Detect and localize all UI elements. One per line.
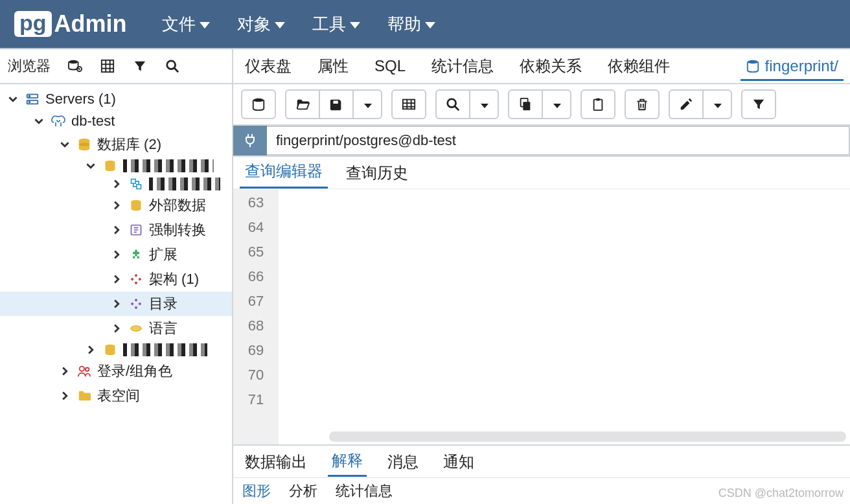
tree-item[interactable] bbox=[0, 175, 232, 193]
tree-catalog[interactable]: 目录 bbox=[0, 292, 232, 316]
tab-stats[interactable]: 统计信息 bbox=[426, 52, 499, 80]
logo-text: Admin bbox=[54, 10, 127, 38]
tab-dashboard[interactable]: 仪表盘 bbox=[240, 52, 297, 80]
tab-dependencies[interactable]: 依赖关系 bbox=[514, 52, 587, 80]
elephant-icon bbox=[51, 113, 66, 129]
btn-search[interactable] bbox=[435, 89, 469, 119]
chevron-down-icon bbox=[553, 104, 561, 108]
btn-delete[interactable] bbox=[625, 89, 660, 119]
svg-point-27 bbox=[253, 98, 264, 102]
grid-icon bbox=[100, 59, 115, 73]
sub-analyze[interactable]: 分析 bbox=[289, 481, 317, 501]
chevron-right-icon bbox=[84, 345, 97, 354]
sidebar-toolbar: 浏览器 bbox=[0, 49, 232, 84]
btn-save[interactable] bbox=[319, 89, 352, 119]
svg-rect-18 bbox=[137, 185, 141, 189]
svg-point-24 bbox=[80, 367, 84, 371]
line-number: 68 bbox=[233, 314, 279, 338]
horizontal-scrollbar[interactable] bbox=[329, 431, 846, 442]
svg-point-2 bbox=[78, 68, 80, 70]
svg-point-15 bbox=[79, 143, 90, 146]
btn-save-menu[interactable] bbox=[352, 89, 382, 119]
menu-tools[interactable]: 工具 bbox=[303, 9, 369, 40]
sidebar-btn-grid[interactable] bbox=[93, 53, 122, 79]
tree-schema[interactable]: 架构 (1) bbox=[0, 267, 232, 292]
etab-query-history[interactable]: 查询历史 bbox=[341, 159, 413, 189]
btn-edit-menu[interactable] bbox=[702, 89, 732, 119]
line-number: 65 bbox=[233, 240, 279, 264]
line-number: 71 bbox=[233, 387, 279, 412]
btn-edit[interactable] bbox=[669, 89, 702, 119]
chevron-down-icon bbox=[6, 95, 19, 104]
transform-icon bbox=[128, 178, 144, 190]
tree-language[interactable]: 语言 bbox=[0, 316, 232, 341]
tree-ext-data[interactable]: 外部数据 bbox=[0, 193, 232, 218]
btn-db[interactable] bbox=[241, 89, 276, 119]
chevron-down-icon bbox=[84, 161, 97, 170]
tree-servers[interactable]: Servers (1) bbox=[0, 88, 232, 110]
line-number: 69 bbox=[233, 338, 279, 363]
code-area[interactable] bbox=[279, 189, 850, 444]
btn-filter[interactable] bbox=[741, 89, 776, 119]
tab-sql[interactable]: SQL bbox=[369, 53, 411, 79]
tab-fingerprint[interactable]: fingerprint/ bbox=[741, 53, 844, 81]
otab-data[interactable]: 数据输出 bbox=[241, 448, 311, 476]
tree-extension[interactable]: 扩展 bbox=[0, 242, 232, 267]
btn-copy-menu[interactable] bbox=[542, 89, 571, 119]
btn-paste[interactable] bbox=[580, 89, 615, 119]
tree-dbtest[interactable]: db-test bbox=[0, 110, 232, 132]
sub-stats[interactable]: 统计信息 bbox=[336, 481, 393, 501]
btn-copy[interactable] bbox=[508, 89, 542, 119]
btn-edit-grid[interactable] bbox=[391, 89, 426, 119]
sidebar-btn-filter[interactable] bbox=[126, 53, 154, 79]
otab-notifications[interactable]: 通知 bbox=[439, 448, 478, 476]
tree-login-roles[interactable]: 登录/组角色 bbox=[0, 359, 232, 384]
copy-icon bbox=[518, 97, 533, 111]
btn-search-menu[interactable] bbox=[469, 89, 499, 119]
chevron-right-icon bbox=[110, 299, 123, 308]
connection-selector[interactable]: fingerprint/postgres@db-test bbox=[267, 126, 850, 155]
line-number: 64 bbox=[233, 215, 279, 240]
menu-help[interactable]: 帮助 bbox=[378, 9, 444, 40]
titlebar: pg Admin 文件 对象 工具 帮助 bbox=[0, 0, 850, 49]
svg-rect-37 bbox=[594, 100, 603, 111]
folder-icon bbox=[76, 389, 92, 403]
sub-graph[interactable]: 图形 bbox=[242, 481, 271, 501]
tree-db2[interactable] bbox=[0, 341, 232, 359]
svg-rect-17 bbox=[132, 179, 136, 184]
connection-status-icon[interactable] bbox=[233, 126, 267, 155]
etab-query-editor[interactable]: 查询编辑器 bbox=[240, 157, 328, 189]
tree-databases[interactable]: 数据库 (2) bbox=[0, 132, 232, 157]
search-icon bbox=[165, 59, 179, 73]
svg-rect-28 bbox=[403, 100, 415, 109]
schema-icon bbox=[128, 273, 144, 286]
btn-open[interactable] bbox=[285, 89, 319, 119]
sidebar-btn-search[interactable] bbox=[158, 53, 187, 79]
chevron-down-icon bbox=[350, 22, 360, 29]
tab-dependents[interactable]: 依赖组件 bbox=[603, 52, 675, 80]
tree-db1[interactable] bbox=[0, 157, 232, 175]
menu-tools-label: 工具 bbox=[312, 13, 346, 36]
tab-properties[interactable]: 属性 bbox=[312, 52, 354, 80]
tree-tablespace[interactable]: 表空间 bbox=[0, 384, 232, 408]
chevron-down-icon bbox=[32, 117, 45, 126]
otab-messages[interactable]: 消息 bbox=[384, 448, 422, 476]
censored-label bbox=[123, 343, 207, 356]
otab-explain[interactable]: 解释 bbox=[328, 446, 367, 477]
svg-point-8 bbox=[167, 61, 176, 69]
database-icon bbox=[128, 199, 144, 212]
menu-file[interactable]: 文件 bbox=[153, 9, 219, 40]
menu-object[interactable]: 对象 bbox=[228, 9, 294, 40]
database-icon bbox=[251, 97, 266, 111]
paste-icon bbox=[591, 97, 605, 111]
chevron-down-icon bbox=[58, 140, 71, 149]
tree-label: 目录 bbox=[149, 294, 178, 314]
sidebar-btn-db[interactable] bbox=[61, 53, 89, 79]
watermark: CSDN @chat2tomorrow bbox=[718, 487, 844, 500]
line-number: 63 bbox=[233, 190, 279, 215]
censored-label bbox=[123, 159, 214, 172]
main-tabs: 仪表盘 属性 SQL 统计信息 依赖关系 依赖组件 fingerprint/ bbox=[233, 49, 850, 84]
sidebar: 浏览器 Servers (1) db-test 数据库 (2) bbox=[0, 49, 233, 504]
tree-force-cast[interactable]: 强制转换 bbox=[0, 218, 232, 242]
line-gutter: 636465666768697071 bbox=[233, 189, 279, 444]
